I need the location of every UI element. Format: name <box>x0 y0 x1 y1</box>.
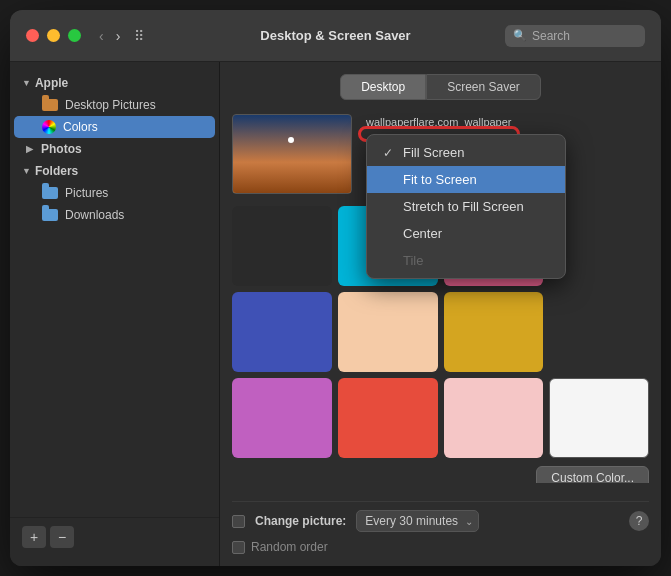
search-icon: 🔍 <box>513 29 527 42</box>
titlebar: ‹ › ⠿ Desktop & Screen Saver 🔍 Search <box>10 10 661 62</box>
photos-collapse-triangle: ▶ <box>26 144 33 154</box>
sidebar-item-downloads-label: Downloads <box>65 208 124 222</box>
sidebar-item-pictures-label: Pictures <box>65 186 108 200</box>
maximize-button[interactable] <box>68 29 81 42</box>
sidebar: ▼ Apple Desktop Pictures Colors ▶ Photos <box>10 62 220 566</box>
dropdown-item-center[interactable]: Center <box>367 220 565 247</box>
wallpaper-name: wallpaperflare.com_wallpaper <box>366 116 512 128</box>
minimize-button[interactable] <box>47 29 60 42</box>
dropdown-item-stretch[interactable]: Stretch to Fill Screen <box>367 193 565 220</box>
change-picture-row: Change picture: Every 30 minutes ⌄ ? <box>232 501 649 532</box>
main-content: Desktop Screen Saver wallpaperflare.com_… <box>220 62 661 566</box>
collapse-triangle: ▼ <box>22 78 31 88</box>
add-source-button[interactable]: + <box>22 526 46 548</box>
tabs-row: Desktop Screen Saver <box>232 74 649 100</box>
fill-mode-dropdown[interactable]: ✓ Fill Screen Fit to Screen Stretch to F… <box>366 134 566 279</box>
wallpaper-preview <box>232 114 352 194</box>
nav-arrows: ‹ › <box>95 26 124 46</box>
sidebar-group-photos: ▶ Photos <box>10 138 219 160</box>
help-button[interactable]: ? <box>629 511 649 531</box>
sidebar-group-folders: ▼ Folders Pictures Downloads <box>10 160 219 226</box>
sidebar-item-downloads[interactable]: Downloads <box>14 204 215 226</box>
sidebar-group-folders-header[interactable]: ▼ Folders <box>10 160 219 182</box>
sidebar-group-folders-label: Folders <box>35 164 78 178</box>
folder-icon <box>42 99 58 111</box>
top-section: wallpaperflare.com_wallpaper ✓ Fill Scre… <box>232 114 649 194</box>
tab-desktop[interactable]: Desktop <box>340 74 426 100</box>
back-arrow[interactable]: ‹ <box>95 26 108 46</box>
window-title: Desktop & Screen Saver <box>260 28 410 43</box>
forward-arrow[interactable]: › <box>112 26 125 46</box>
interval-select-wrapper: Every 30 minutes ⌄ <box>356 510 479 532</box>
color-swatch-9[interactable] <box>549 378 649 458</box>
sidebar-group-photos-header[interactable]: ▶ Photos <box>10 138 219 160</box>
empty-cell-1 <box>549 292 649 372</box>
dropdown-item-tile: Tile <box>367 247 565 274</box>
color-swatch-6[interactable] <box>232 378 332 458</box>
random-order-label: Random order <box>251 540 328 554</box>
folders-collapse-triangle: ▼ <box>22 166 31 176</box>
sidebar-group-photos-label: Photos <box>41 142 82 156</box>
custom-color-button[interactable]: Custom Color... <box>536 466 649 483</box>
bottom-controls: Change picture: Every 30 minutes ⌄ ? Ran… <box>232 491 649 554</box>
sidebar-item-pictures[interactable]: Pictures <box>14 182 215 204</box>
main-window: ‹ › ⠿ Desktop & Screen Saver 🔍 Search ▼ … <box>10 10 661 566</box>
color-swatch-3[interactable] <box>232 292 332 372</box>
content-area: ▼ Apple Desktop Pictures Colors ▶ Photos <box>10 62 661 566</box>
change-picture-label: Change picture: <box>255 514 346 528</box>
remove-source-button[interactable]: − <box>50 526 74 548</box>
sidebar-item-desktop-pictures[interactable]: Desktop Pictures <box>14 94 215 116</box>
dropdown-item-fit-to-screen[interactable]: Fit to Screen <box>367 166 565 193</box>
sidebar-group-apple: ▼ Apple Desktop Pictures Colors <box>10 72 219 138</box>
random-order-row: Random order <box>232 540 649 554</box>
folder-blue-icon-downloads <box>42 209 58 221</box>
color-swatch-8[interactable] <box>444 378 544 458</box>
sidebar-item-colors[interactable]: Colors <box>14 116 215 138</box>
random-order-checkbox[interactable] <box>232 541 245 554</box>
interval-select[interactable]: Every 30 minutes <box>356 510 479 532</box>
search-input[interactable]: Search <box>532 29 570 43</box>
traffic-lights <box>26 29 81 42</box>
color-swatch-7[interactable] <box>338 378 438 458</box>
folder-blue-icon-pictures <box>42 187 58 199</box>
color-swatch-0[interactable] <box>232 206 332 286</box>
color-swatch-5[interactable] <box>444 292 544 372</box>
colors-icon <box>42 120 56 134</box>
sidebar-group-apple-header[interactable]: ▼ Apple <box>10 72 219 94</box>
sidebar-group-apple-label: Apple <box>35 76 68 90</box>
preview-horizon <box>233 163 351 193</box>
grid-icon[interactable]: ⠿ <box>134 28 144 44</box>
search-box[interactable]: 🔍 Search <box>505 25 645 47</box>
fill-screen-checkmark: ✓ <box>383 146 395 160</box>
dropdown-item-fill-screen[interactable]: ✓ Fill Screen <box>367 139 565 166</box>
custom-color-row: Custom Color... <box>232 466 649 483</box>
sidebar-bottom: + − <box>10 517 219 556</box>
color-swatch-4[interactable] <box>338 292 438 372</box>
sidebar-item-desktop-pictures-label: Desktop Pictures <box>65 98 156 112</box>
preview-sun <box>288 137 294 143</box>
change-picture-checkbox[interactable] <box>232 515 245 528</box>
tab-screen-saver[interactable]: Screen Saver <box>426 74 541 100</box>
sidebar-item-colors-label: Colors <box>63 120 98 134</box>
close-button[interactable] <box>26 29 39 42</box>
wallpaper-info: wallpaperflare.com_wallpaper ✓ Fill Scre… <box>366 114 512 194</box>
